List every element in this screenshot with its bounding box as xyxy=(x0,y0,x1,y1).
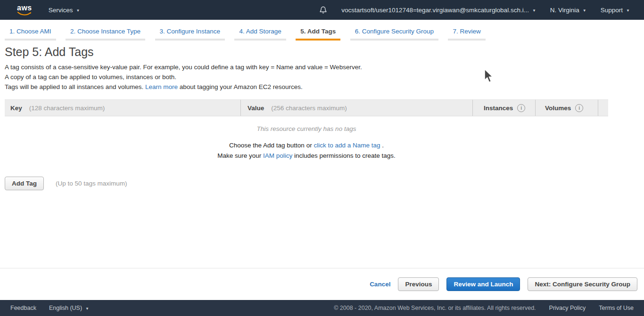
language-selector[interactable]: English (US) ▼ xyxy=(49,305,89,311)
chevron-down-icon: ▼ xyxy=(583,8,586,13)
empty-help-line-1: Choose the Add tag button or click to ad… xyxy=(5,140,608,151)
add-tag-button[interactable]: Add Tag xyxy=(5,177,44,190)
instances-header-label: Instances xyxy=(484,105,513,112)
instances-info-icon[interactable]: i xyxy=(517,104,525,112)
description-line-2: A copy of a tag can be applied to volume… xyxy=(5,72,639,82)
page-title: Step 5: Add Tags xyxy=(5,45,639,59)
notifications-bell-icon[interactable] xyxy=(319,6,327,15)
empty-tags-area: This resource currently has no tags Choo… xyxy=(5,125,608,161)
chevron-down-icon: ▼ xyxy=(85,307,89,311)
chevron-down-icon: ▼ xyxy=(76,8,80,13)
terms-of-use-link[interactable]: Terms of Use xyxy=(599,305,634,311)
topnav-right-group: vocstartsoft/user1012748=tegar.virgiawan… xyxy=(319,6,644,15)
volumes-column-header: Volumes i xyxy=(535,100,598,116)
main-content: Step 5: Add Tags A tag consists of a cas… xyxy=(0,41,644,268)
help-text: . xyxy=(380,142,384,149)
aws-logo-text: aws xyxy=(17,4,32,12)
description-line-3: Tags will be applied to all instances an… xyxy=(5,82,639,92)
no-tags-message: This resource currently has no tags xyxy=(5,125,608,132)
tab-6-configure-security-group[interactable]: 6. Configure Security Group xyxy=(350,25,438,41)
wizard-step-tabs: 1. Choose AMI 2. Choose Instance Type 3.… xyxy=(0,20,644,41)
tab-1-choose-ami[interactable]: 1. Choose AMI xyxy=(5,25,56,41)
copyright-text: © 2008 - 2020, Amazon Web Services, Inc.… xyxy=(334,305,536,311)
empty-help-text: Choose the Add tag button or click to ad… xyxy=(5,140,608,161)
volumes-header-label: Volumes xyxy=(545,105,571,112)
services-menu[interactable]: Services ▼ xyxy=(49,7,80,14)
tags-table: Key (128 characters maximum) Value (256 … xyxy=(5,99,608,116)
footer-bar: Feedback English (US) ▼ © 2008 - 2020, A… xyxy=(0,300,644,316)
iam-policy-link[interactable]: IAM policy xyxy=(263,152,292,159)
services-label: Services xyxy=(49,7,73,14)
instances-column-header: Instances i xyxy=(472,100,535,116)
add-name-tag-link[interactable]: click to add a Name tag xyxy=(314,142,380,149)
tags-table-header: Key (128 characters maximum) Value (256 … xyxy=(5,99,608,116)
description-text: A copy of a tag can be applied to volume… xyxy=(5,73,176,81)
privacy-policy-link[interactable]: Privacy Policy xyxy=(549,305,586,311)
next-configure-security-group-button[interactable]: Next: Configure Security Group xyxy=(528,277,637,291)
tab-7-review[interactable]: 7. Review xyxy=(448,25,485,41)
value-header-hint: (256 characters maximum) xyxy=(271,105,347,112)
empty-help-line-2: Make sure your IAM policy includes permi… xyxy=(5,151,608,161)
feedback-link[interactable]: Feedback xyxy=(10,305,36,311)
chevron-down-icon: ▼ xyxy=(626,8,630,13)
region-label: N. Virginia xyxy=(550,7,579,14)
key-header-hint: (128 characters maximum) xyxy=(29,105,105,112)
account-menu[interactable]: vocstartsoft/user1012748=tegar.virgiawan… xyxy=(341,7,536,14)
chevron-down-icon: ▼ xyxy=(532,8,536,13)
description-text: Tags will be applied to all instances an… xyxy=(5,83,145,90)
support-label: Support xyxy=(601,7,623,14)
help-text: includes permissions to create tags. xyxy=(292,152,395,159)
review-and-launch-button[interactable]: Review and Launch xyxy=(446,277,520,291)
account-label: vocstartsoft/user1012748=tegar.virgiawan… xyxy=(341,7,529,14)
key-header-label: Key xyxy=(10,105,22,112)
volumes-info-icon[interactable]: i xyxy=(575,104,583,112)
tab-3-configure-instance[interactable]: 3. Configure Instance xyxy=(155,25,225,41)
support-menu[interactable]: Support ▼ xyxy=(601,7,630,14)
aws-smile-icon xyxy=(17,12,32,16)
aws-logo[interactable]: aws xyxy=(17,4,32,16)
help-text: Make sure your xyxy=(217,152,263,159)
description-text: about tagging your Amazon EC2 resources. xyxy=(178,83,303,90)
previous-button[interactable]: Previous xyxy=(398,277,439,291)
wizard-action-bar: Cancel Previous Review and Launch Next: … xyxy=(0,268,644,300)
top-navbar: aws Services ▼ vocstartsoft/user1012748=… xyxy=(0,0,644,20)
region-menu[interactable]: N. Virginia ▼ xyxy=(550,7,586,14)
header-spacer xyxy=(598,100,608,116)
learn-more-link[interactable]: Learn more xyxy=(145,83,178,90)
key-column-header: Key (128 characters maximum) xyxy=(5,100,240,116)
max-tags-hint: (Up to 50 tags maximum) xyxy=(56,180,127,187)
tab-4-add-storage[interactable]: 4. Add Storage xyxy=(234,25,286,41)
help-text: Choose the Add tag button or xyxy=(229,142,314,149)
language-label: English (US) xyxy=(49,305,82,311)
tab-5-add-tags[interactable]: 5. Add Tags xyxy=(296,25,340,41)
value-column-header: Value (256 characters maximum) xyxy=(240,100,472,116)
description-text: A tag consists of a case-sensitive key-v… xyxy=(5,64,362,71)
add-tag-row: Add Tag (Up to 50 tags maximum) xyxy=(5,177,639,190)
value-header-label: Value xyxy=(248,105,264,112)
description-line-1: A tag consists of a case-sensitive key-v… xyxy=(5,62,639,72)
tab-2-choose-instance-type[interactable]: 2. Choose Instance Type xyxy=(66,25,145,41)
cancel-link[interactable]: Cancel xyxy=(370,281,390,288)
